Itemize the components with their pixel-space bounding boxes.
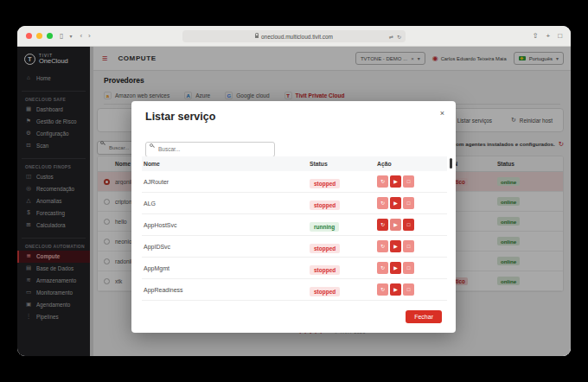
service-name: AppIDSvc xyxy=(144,244,310,250)
service-status-badge: stopped xyxy=(310,179,340,188)
service-name: AJRouter xyxy=(144,179,310,185)
service-name: AppHostSvc xyxy=(144,222,310,228)
start-service-button[interactable]: ▶ xyxy=(390,283,401,296)
restart-service-button[interactable]: ↻ xyxy=(377,197,388,209)
address-bar[interactable]: onecloud.multicloud.tivit.com ⇄ ↻ xyxy=(182,30,406,42)
app-viewport: T TIVIT OneCloud ⌂ Home ONECLOUD SAFE ▦ … xyxy=(17,47,571,356)
service-row: ALG stopped ↻ ▶ □ xyxy=(142,193,447,214)
service-name: AppMgmt xyxy=(144,265,310,271)
back-button[interactable]: ‹ xyxy=(80,33,82,40)
close-window-button[interactable] xyxy=(26,33,32,39)
service-name: AppReadiness xyxy=(144,287,310,293)
service-status-badge: running xyxy=(310,222,339,232)
forward-button[interactable]: › xyxy=(88,33,91,40)
restart-service-button[interactable]: ↻ xyxy=(377,175,388,188)
service-row: AppMgmt stopped ↻ ▶ □ xyxy=(142,258,447,279)
new-tab-icon[interactable]: + xyxy=(546,32,550,40)
screen: ▯ ▾ ‹ › onecloud.multicloud.tivit.com ⇄ … xyxy=(0,0,588,382)
close-modal-button[interactable]: Fechar xyxy=(406,310,442,323)
service-rows: AJRouter stopped ↻ ▶ □ ALG stopped ↻ xyxy=(142,171,447,301)
stop-service-button[interactable]: □ xyxy=(403,283,414,296)
modal-scrollbar[interactable] xyxy=(450,158,452,169)
start-service-button[interactable]: ▶ xyxy=(390,197,401,209)
stop-service-button[interactable]: □ xyxy=(403,219,414,231)
modal-title: Listar serviço xyxy=(145,111,215,123)
service-name: ALG xyxy=(144,201,310,207)
stop-service-button[interactable]: □ xyxy=(403,240,414,252)
start-service-button[interactable]: ▶ xyxy=(390,219,401,231)
url-text: onecloud.multicloud.tivit.com xyxy=(261,34,333,40)
service-row: AppReadiness stopped ↻ ▶ □ xyxy=(142,279,447,301)
translate-icon[interactable]: ⇄ xyxy=(389,34,393,40)
browser-toolbar: ▯ ▾ ‹ › onecloud.multicloud.tivit.com ⇄ … xyxy=(17,26,571,47)
start-service-button[interactable]: ▶ xyxy=(390,262,401,274)
minimize-window-button[interactable] xyxy=(36,33,42,39)
service-status-badge: stopped xyxy=(310,287,340,296)
service-status-badge: stopped xyxy=(310,244,340,253)
restart-service-button[interactable]: ↻ xyxy=(377,240,388,252)
service-row: AppHostSvc running ↻ ▶ □ xyxy=(142,214,447,236)
stop-service-button[interactable]: □ xyxy=(403,175,414,188)
service-status-badge: stopped xyxy=(310,265,340,275)
lock-icon xyxy=(255,35,259,38)
restart-service-button[interactable]: ↻ xyxy=(377,219,388,231)
service-row: AJRouter stopped ↻ ▶ □ xyxy=(142,171,447,193)
service-search-input[interactable] xyxy=(145,142,275,157)
start-service-button[interactable]: ▶ xyxy=(390,240,401,252)
service-row: AppIDSvc stopped ↻ ▶ □ xyxy=(142,236,447,258)
search-icon xyxy=(150,143,153,147)
stop-service-button[interactable]: □ xyxy=(403,197,414,209)
share-icon[interactable]: ⇧ xyxy=(533,32,539,40)
reload-icon[interactable]: ↻ xyxy=(397,34,401,40)
chevron-down-icon[interactable]: ▾ xyxy=(69,34,72,39)
service-status-badge: stopped xyxy=(310,201,340,210)
restart-service-button[interactable]: ↻ xyxy=(377,283,388,296)
zoom-window-button[interactable] xyxy=(47,33,53,39)
start-service-button[interactable]: ▶ xyxy=(390,175,401,188)
browser-window: ▯ ▾ ‹ › onecloud.multicloud.tivit.com ⇄ … xyxy=(17,26,571,356)
list-services-modal: Listar serviço × Nome Status Ação AJRout… xyxy=(131,101,456,333)
service-search xyxy=(145,139,275,155)
tab-overview-icon[interactable]: □ xyxy=(558,32,562,40)
service-table-header: Nome Status Ação xyxy=(142,156,447,171)
sidebar-toggle-icon[interactable]: ▯ xyxy=(60,33,63,40)
window-controls xyxy=(26,33,53,39)
restart-service-button[interactable]: ↻ xyxy=(377,262,388,274)
stop-service-button[interactable]: □ xyxy=(403,262,414,274)
close-icon[interactable]: × xyxy=(440,109,444,118)
